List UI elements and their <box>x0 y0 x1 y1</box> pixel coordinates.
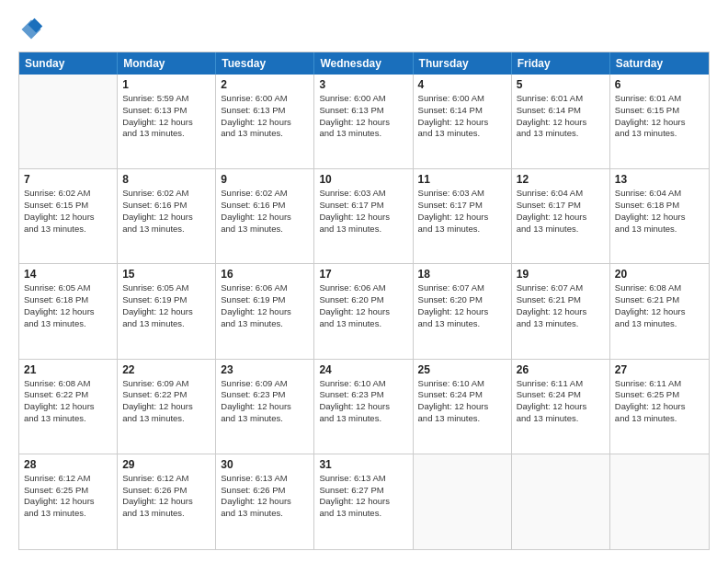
day-number: 18 <box>418 268 506 281</box>
cell-info-line: and 13 minutes. <box>615 318 704 330</box>
calendar-week-row: 7Sunrise: 6:02 AMSunset: 6:15 PMDaylight… <box>19 169 709 264</box>
day-number: 31 <box>319 458 407 471</box>
cell-info-line: and 13 minutes. <box>615 224 704 236</box>
page: SundayMondayTuesdayWednesdayThursdayFrid… <box>0 0 728 563</box>
cell-info-line: and 13 minutes. <box>517 128 605 140</box>
cell-info-line: Daylight: 12 hours <box>418 212 506 224</box>
cell-info-line: and 13 minutes. <box>319 413 407 425</box>
cell-info-line: Sunset: 6:26 PM <box>221 485 309 497</box>
calendar-cell: 13Sunrise: 6:04 AMSunset: 6:18 PMDayligh… <box>610 169 709 263</box>
cell-info-line: and 13 minutes. <box>615 128 704 140</box>
cell-info-line: and 13 minutes. <box>418 224 506 236</box>
calendar-body: 1Sunrise: 5:59 AMSunset: 6:13 PMDaylight… <box>19 75 709 549</box>
calendar-cell: 20Sunrise: 6:08 AMSunset: 6:21 PMDayligh… <box>610 264 709 358</box>
cell-info-line: and 13 minutes. <box>24 508 112 520</box>
day-number: 22 <box>122 363 210 376</box>
logo-icon <box>18 17 44 42</box>
cell-info-line: Sunset: 6:21 PM <box>615 294 704 306</box>
cell-info-line: Sunrise: 6:13 AM <box>221 473 309 485</box>
calendar-cell: 28Sunrise: 6:12 AMSunset: 6:25 PMDayligh… <box>19 454 118 549</box>
cell-info-line: Sunset: 6:14 PM <box>517 105 605 117</box>
cell-info-line: and 13 minutes. <box>517 318 605 330</box>
calendar-cell: 18Sunrise: 6:07 AMSunset: 6:20 PMDayligh… <box>414 264 512 358</box>
cell-info-line: Sunset: 6:19 PM <box>221 294 309 306</box>
cell-info-line: Sunrise: 6:01 AM <box>615 93 704 105</box>
cell-info-line: Sunrise: 6:13 AM <box>319 473 407 485</box>
day-number: 16 <box>221 268 309 281</box>
calendar-header-cell: Thursday <box>414 52 512 75</box>
cell-info-line: Sunrise: 6:01 AM <box>517 93 605 105</box>
logo <box>18 17 48 42</box>
cell-info-line: and 13 minutes. <box>319 508 407 520</box>
day-number: 30 <box>221 458 309 471</box>
cell-info-line: Sunrise: 6:05 AM <box>122 282 210 294</box>
cell-info-line: Daylight: 12 hours <box>517 401 605 413</box>
calendar-cell: 27Sunrise: 6:11 AMSunset: 6:25 PMDayligh… <box>610 360 709 454</box>
cell-info-line: Sunrise: 6:03 AM <box>418 188 506 200</box>
cell-info-line: Daylight: 12 hours <box>418 117 506 129</box>
cell-info-line: Sunset: 6:13 PM <box>122 105 210 117</box>
day-number: 3 <box>319 78 407 91</box>
cell-info-line: Sunrise: 6:09 AM <box>122 378 210 390</box>
day-number: 14 <box>24 268 112 281</box>
cell-info-line: Sunset: 6:20 PM <box>418 294 506 306</box>
cell-info-line: Daylight: 12 hours <box>221 401 309 413</box>
cell-info-line: and 13 minutes. <box>517 413 605 425</box>
cell-info-line: Daylight: 12 hours <box>418 306 506 318</box>
cell-info-line: Daylight: 12 hours <box>615 212 704 224</box>
cell-info-line: and 13 minutes. <box>122 224 210 236</box>
cell-info-line: Sunrise: 5:59 AM <box>122 93 210 105</box>
day-number: 19 <box>517 268 605 281</box>
calendar-header: SundayMondayTuesdayWednesdayThursdayFrid… <box>19 52 709 75</box>
cell-info-line: and 13 minutes. <box>615 413 704 425</box>
calendar-cell: 22Sunrise: 6:09 AMSunset: 6:22 PMDayligh… <box>118 360 216 454</box>
calendar-cell: 19Sunrise: 6:07 AMSunset: 6:21 PMDayligh… <box>512 264 610 358</box>
calendar-cell: 5Sunrise: 6:01 AMSunset: 6:14 PMDaylight… <box>512 75 610 168</box>
day-number: 21 <box>24 363 112 376</box>
cell-info-line: Sunset: 6:25 PM <box>24 485 112 497</box>
cell-info-line: Daylight: 12 hours <box>221 496 309 508</box>
cell-info-line: Sunset: 6:17 PM <box>319 200 407 212</box>
cell-info-line: Sunset: 6:23 PM <box>221 389 309 401</box>
calendar-cell: 24Sunrise: 6:10 AMSunset: 6:23 PMDayligh… <box>314 360 413 454</box>
day-number: 28 <box>24 458 112 471</box>
cell-info-line: and 13 minutes. <box>418 318 506 330</box>
calendar: SundayMondayTuesdayWednesdayThursdayFrid… <box>18 52 710 550</box>
calendar-cell: 6Sunrise: 6:01 AMSunset: 6:15 PMDaylight… <box>610 75 709 168</box>
cell-info-line: Daylight: 12 hours <box>24 212 112 224</box>
cell-info-line: Sunrise: 6:03 AM <box>319 188 407 200</box>
calendar-cell <box>19 75 118 168</box>
calendar-week-row: 21Sunrise: 6:08 AMSunset: 6:22 PMDayligh… <box>19 360 709 454</box>
cell-info-line: Sunset: 6:25 PM <box>615 389 704 401</box>
calendar-cell <box>512 454 610 549</box>
cell-info-line: and 13 minutes. <box>517 224 605 236</box>
calendar-cell: 7Sunrise: 6:02 AMSunset: 6:15 PMDaylight… <box>19 169 118 263</box>
cell-info-line: Sunset: 6:16 PM <box>221 200 309 212</box>
cell-info-line: Sunset: 6:26 PM <box>122 485 210 497</box>
calendar-cell: 30Sunrise: 6:13 AMSunset: 6:26 PMDayligh… <box>216 454 314 549</box>
calendar-cell: 17Sunrise: 6:06 AMSunset: 6:20 PMDayligh… <box>314 264 413 358</box>
calendar-header-cell: Saturday <box>610 52 709 75</box>
calendar-week-row: 1Sunrise: 5:59 AMSunset: 6:13 PMDaylight… <box>19 75 709 169</box>
cell-info-line: and 13 minutes. <box>418 413 506 425</box>
day-number: 26 <box>517 363 605 376</box>
cell-info-line: Sunset: 6:23 PM <box>319 389 407 401</box>
cell-info-line: Sunrise: 6:07 AM <box>418 282 506 294</box>
cell-info-line: and 13 minutes. <box>24 413 112 425</box>
cell-info-line: Sunrise: 6:10 AM <box>418 378 506 390</box>
cell-info-line: Sunrise: 6:12 AM <box>122 473 210 485</box>
day-number: 20 <box>615 268 704 281</box>
cell-info-line: and 13 minutes. <box>221 508 309 520</box>
calendar-header-cell: Friday <box>512 52 610 75</box>
day-number: 5 <box>517 78 605 91</box>
cell-info-line: and 13 minutes. <box>319 224 407 236</box>
cell-info-line: Sunrise: 6:06 AM <box>319 282 407 294</box>
cell-info-line: and 13 minutes. <box>418 128 506 140</box>
day-number: 24 <box>319 363 407 376</box>
cell-info-line: Sunset: 6:22 PM <box>122 389 210 401</box>
day-number: 13 <box>615 173 704 186</box>
cell-info-line: Sunrise: 6:04 AM <box>615 188 704 200</box>
cell-info-line: Sunrise: 6:02 AM <box>24 188 112 200</box>
cell-info-line: and 13 minutes. <box>221 128 309 140</box>
cell-info-line: Sunset: 6:13 PM <box>221 105 309 117</box>
